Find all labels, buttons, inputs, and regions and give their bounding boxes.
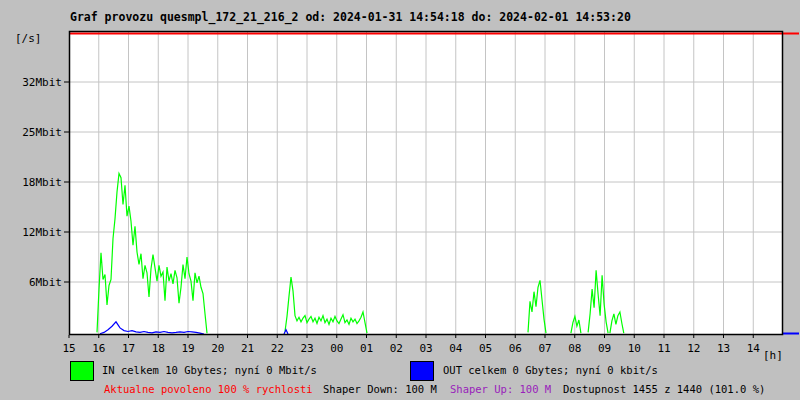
traffic-chart: 6Mbit12Mbit18Mbit25Mbit32Mbit15161718192… bbox=[0, 0, 800, 356]
x-axis-label: 13 bbox=[717, 342, 730, 355]
x-axis-label: 16 bbox=[92, 342, 105, 355]
out-legend-label: OUT celkem 0 Gbytes; nyní 0 kbit/s bbox=[443, 364, 658, 376]
x-axis-label: 23 bbox=[300, 342, 313, 355]
x-axis-label: 19 bbox=[181, 342, 194, 355]
availability-text: Dostupnost 1455 z 1440 (101.0 %) bbox=[563, 383, 765, 395]
x-axis-label: 11 bbox=[657, 342, 670, 355]
allowed-speed-text: Aktualne povoleno 100 % rychlosti bbox=[104, 383, 313, 395]
x-axis-label: 15 bbox=[62, 342, 75, 355]
out-legend-swatch bbox=[410, 361, 434, 381]
x-axis-label: 07 bbox=[538, 342, 551, 355]
y-axis-label: 25Mbit bbox=[22, 126, 62, 139]
in-legend-label: IN celkem 10 Gbytes; nyní 0 Mbit/s bbox=[102, 364, 317, 376]
y-axis-label: 6Mbit bbox=[29, 276, 62, 289]
x-axis-label: 22 bbox=[271, 342, 284, 355]
x-axis-label: 21 bbox=[241, 342, 254, 355]
x-axis-label: 18 bbox=[152, 342, 165, 355]
x-axis-unit-label: [h] bbox=[763, 349, 783, 362]
x-axis-label: 06 bbox=[509, 342, 522, 355]
x-axis-label: 20 bbox=[211, 342, 224, 355]
x-axis-label: 05 bbox=[479, 342, 492, 355]
x-axis-label: 08 bbox=[568, 342, 581, 355]
x-axis-label: 10 bbox=[628, 342, 641, 355]
x-axis-label: 02 bbox=[390, 342, 403, 355]
x-axis-label: 01 bbox=[360, 342, 373, 355]
shaper-down-text: Shaper Down: 100 M bbox=[323, 383, 437, 395]
x-axis-label: 12 bbox=[687, 342, 700, 355]
y-axis-unit-label: [/s] bbox=[15, 32, 42, 45]
x-axis-label: 14 bbox=[747, 342, 761, 355]
shaper-up-text: Shaper Up: 100 M bbox=[450, 383, 551, 395]
x-axis-label: 17 bbox=[122, 342, 135, 355]
x-axis-label: 09 bbox=[598, 342, 611, 355]
x-axis-label: 04 bbox=[449, 342, 463, 355]
x-axis-label: 00 bbox=[330, 342, 343, 355]
in-legend-swatch bbox=[70, 361, 94, 381]
y-axis-label: 12Mbit bbox=[22, 226, 62, 239]
y-axis-label: 18Mbit bbox=[22, 176, 62, 189]
y-axis-label: 32Mbit bbox=[22, 76, 62, 89]
x-axis-label: 03 bbox=[419, 342, 432, 355]
